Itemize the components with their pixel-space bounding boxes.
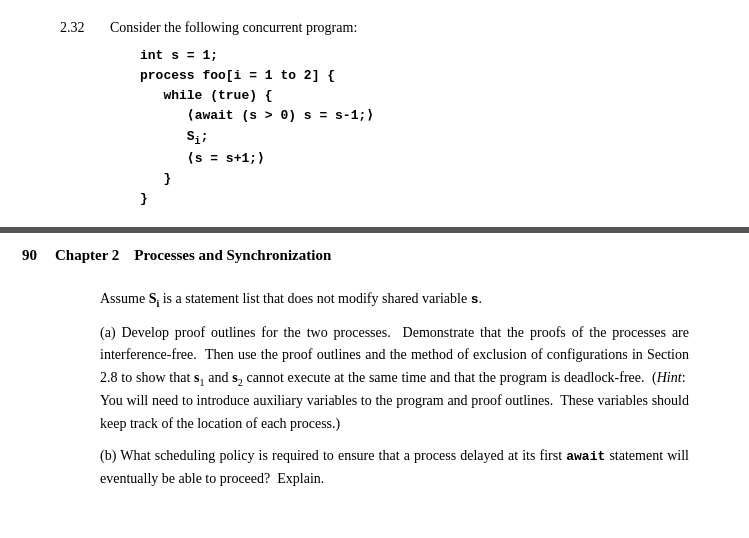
chapter-header: 90 Chapter 2 Processes and Synchronizati… [0, 247, 749, 276]
page-number: 90 [0, 247, 55, 264]
code-line-1: int s = 1; [140, 46, 689, 66]
chapter-label-text: Chapter 2 [55, 247, 119, 263]
part-b-paragraph: (b) What scheduling policy is required t… [100, 445, 689, 490]
code-line-8: } [140, 189, 689, 209]
problem-intro-text: Consider the following concurrent progra… [110, 20, 357, 36]
code-line-7: } [140, 169, 689, 189]
code-line-3: while (true) { [140, 86, 689, 106]
chapter-title-text: Processes and Synchronization [134, 247, 331, 263]
chapter-label: Chapter 2 Processes and Synchronization [55, 247, 331, 264]
problem-header: 2.32 Consider the following concurrent p… [60, 20, 689, 36]
part-a-paragraph: (a) Develop proof outlines for the two p… [100, 322, 689, 435]
code-block: int s = 1; process foo[i = 1 to 2] { whi… [140, 46, 689, 209]
code-line-6: ⟨s = s+1;⟩ [140, 149, 689, 169]
code-line-2: process foo[i = 1 to 2] { [140, 66, 689, 86]
code-line-4: ⟨await (s > 0) s = s-1;⟩ [140, 106, 689, 126]
content-area: Assume Si is a statement list that does … [0, 276, 749, 490]
top-section: 2.32 Consider the following concurrent p… [0, 0, 749, 227]
page: 2.32 Consider the following concurrent p… [0, 0, 749, 538]
code-line-5: Si; [140, 127, 689, 149]
bottom-section: 90 Chapter 2 Processes and Synchronizati… [0, 233, 749, 520]
problem-number: 2.32 [60, 20, 110, 36]
intro-paragraph: Assume Si is a statement list that does … [100, 288, 689, 312]
